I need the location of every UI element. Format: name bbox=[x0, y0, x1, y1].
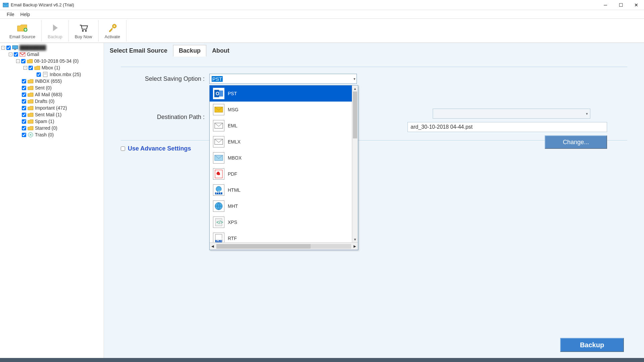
tree-checkbox[interactable] bbox=[22, 126, 26, 130]
scroll-down-icon[interactable]: ▼ bbox=[352, 236, 358, 242]
tree-checkbox[interactable] bbox=[22, 113, 26, 117]
tree-node[interactable]: Sent Mail (1) bbox=[1, 111, 102, 118]
svg-rect-6 bbox=[12, 46, 18, 49]
tab-select-source[interactable]: Select Email Source bbox=[104, 45, 173, 57]
pdf-icon bbox=[213, 168, 224, 180]
tree-node[interactable]: Trash (0) bbox=[1, 131, 102, 138]
tree-checkbox[interactable] bbox=[22, 86, 26, 90]
toolbar-activate[interactable]: Activate bbox=[99, 20, 126, 42]
svg-point-5 bbox=[114, 25, 115, 27]
dropdown-option-label: PDF bbox=[228, 171, 237, 177]
dropdown-option-mbox[interactable]: MBOX bbox=[210, 150, 358, 166]
folder-icon bbox=[28, 125, 34, 131]
tree-checkbox[interactable] bbox=[22, 93, 26, 97]
tree-node[interactable]: Spam (1) bbox=[1, 118, 102, 125]
tree-checkbox[interactable] bbox=[6, 46, 11, 50]
folder-add-icon bbox=[17, 22, 28, 34]
dropdown-option-eml[interactable]: EML bbox=[210, 118, 358, 134]
key-icon bbox=[107, 22, 118, 34]
folder-icon bbox=[28, 105, 34, 111]
tree-node[interactable]: Starred (0) bbox=[1, 125, 102, 131]
pst-icon: O bbox=[213, 88, 224, 99]
tree-label: Inbox.mbx (25) bbox=[50, 72, 81, 77]
advance-settings-checkbox[interactable] bbox=[121, 146, 125, 151]
menu-file[interactable]: File bbox=[7, 12, 14, 17]
scroll-right-icon[interactable]: ▶ bbox=[352, 244, 358, 248]
folder-tree: -████████-Gmail-08-10-2018 05-34 (0)-Mbo… bbox=[0, 43, 104, 362]
toolbar-buy-now[interactable]: Buy Now bbox=[69, 20, 99, 42]
scroll-thumb[interactable] bbox=[353, 92, 357, 138]
svg-rect-7 bbox=[14, 49, 16, 50]
tabstrip: Select Email Source Backup About bbox=[104, 43, 644, 57]
expand-toggle-icon[interactable]: - bbox=[16, 59, 20, 63]
destination-path-input[interactable] bbox=[408, 122, 607, 132]
dropdown-option-html[interactable]: HTMLHTML bbox=[210, 182, 358, 198]
dropdown-option-pst[interactable]: OPST bbox=[210, 85, 358, 102]
toolbar-label: Backup bbox=[48, 34, 62, 39]
tab-about[interactable]: About bbox=[206, 45, 235, 57]
tree-node[interactable]: Sent (0) bbox=[1, 84, 102, 91]
tree-label: Mbox (1) bbox=[42, 65, 60, 70]
tree-checkbox[interactable] bbox=[22, 133, 26, 137]
tree-checkbox[interactable] bbox=[37, 72, 41, 77]
mbox-icon bbox=[213, 152, 224, 164]
scroll-thumb[interactable] bbox=[216, 244, 311, 249]
svg-text:HTML: HTML bbox=[216, 190, 224, 195]
folder-icon bbox=[34, 65, 40, 70]
advance-settings-label[interactable]: Use Advance Settings bbox=[128, 145, 191, 152]
tree-node[interactable]: All Mail (683) bbox=[1, 91, 102, 98]
tree-label: Trash (0) bbox=[35, 132, 54, 137]
tree-checkbox[interactable] bbox=[21, 59, 25, 63]
svg-point-3 bbox=[85, 30, 87, 32]
dropdown-option-pdf[interactable]: PDF bbox=[210, 166, 358, 182]
tree-node[interactable]: INBOX (655) bbox=[1, 78, 102, 84]
menu-help[interactable]: Help bbox=[20, 12, 30, 17]
tree-node[interactable]: -08-10-2018 05-34 (0) bbox=[1, 58, 102, 64]
saving-option-select[interactable]: PST ▾ bbox=[209, 74, 357, 84]
toolbar-backup[interactable]: Backup bbox=[42, 20, 68, 42]
tree-checkbox[interactable] bbox=[22, 99, 26, 104]
toolbar-email-source[interactable]: Email Source bbox=[3, 20, 42, 42]
svg-rect-11 bbox=[44, 74, 47, 74]
minimize-button[interactable]: ─ bbox=[598, 0, 613, 10]
svg-text:</>: </> bbox=[216, 220, 223, 225]
doc-icon bbox=[42, 72, 48, 77]
expand-toggle-icon[interactable]: - bbox=[1, 46, 5, 50]
split-size-select[interactable] bbox=[433, 109, 590, 119]
dropdown-option-label: MBOX bbox=[228, 155, 241, 161]
dropdown-option-label: EML bbox=[228, 123, 237, 128]
tree-node[interactable]: -Mbox (1) bbox=[1, 64, 102, 71]
tree-checkbox[interactable] bbox=[29, 66, 33, 70]
dropdown-option-label: XPS bbox=[228, 220, 237, 225]
msg-icon bbox=[213, 104, 224, 115]
dropdown-option-mht[interactable]: MHT bbox=[210, 198, 358, 214]
saving-option-dropdown: OPSTMSGEMLEMLXMBOXPDFHTMLHTMLMHT</>XPSRT… bbox=[209, 85, 358, 250]
tree-node[interactable]: -████████ bbox=[1, 44, 102, 51]
expand-toggle-icon[interactable]: - bbox=[23, 66, 27, 70]
expand-toggle-icon[interactable]: - bbox=[9, 53, 12, 56]
close-button[interactable]: ✕ bbox=[629, 0, 644, 10]
tree-node[interactable]: -Gmail bbox=[1, 51, 102, 58]
tree-checkbox[interactable] bbox=[22, 79, 26, 83]
tab-backup[interactable]: Backup bbox=[173, 45, 206, 57]
tree-checkbox[interactable] bbox=[22, 106, 26, 110]
scroll-up-icon[interactable]: ▲ bbox=[352, 85, 358, 92]
tree-node[interactable]: Drafts (0) bbox=[1, 98, 102, 105]
dropdown-option-xps[interactable]: </>XPS bbox=[210, 214, 358, 230]
dropdown-vscroll[interactable]: ▲ ▼ bbox=[352, 85, 358, 242]
play-icon bbox=[49, 22, 61, 34]
content-panel: Select Email Source Backup About Select … bbox=[104, 43, 644, 362]
tree-checkbox[interactable] bbox=[22, 119, 26, 124]
tree-node[interactable]: Important (472) bbox=[1, 105, 102, 111]
dropdown-option-emlx[interactable]: EMLX bbox=[210, 134, 358, 150]
tree-label: Spam (1) bbox=[35, 119, 54, 124]
change-button[interactable]: Change... bbox=[545, 135, 607, 149]
scroll-left-icon[interactable]: ◀ bbox=[210, 244, 216, 248]
dropdown-hscroll[interactable]: ◀ ▶ bbox=[210, 242, 358, 250]
dropdown-option-msg[interactable]: MSG bbox=[210, 102, 358, 118]
tree-checkbox[interactable] bbox=[14, 52, 18, 57]
tree-node[interactable]: Inbox.mbx (25) bbox=[1, 71, 102, 78]
maximize-button[interactable]: ☐ bbox=[613, 0, 629, 10]
trash-icon bbox=[28, 132, 34, 137]
backup-button[interactable]: Backup bbox=[560, 338, 624, 352]
